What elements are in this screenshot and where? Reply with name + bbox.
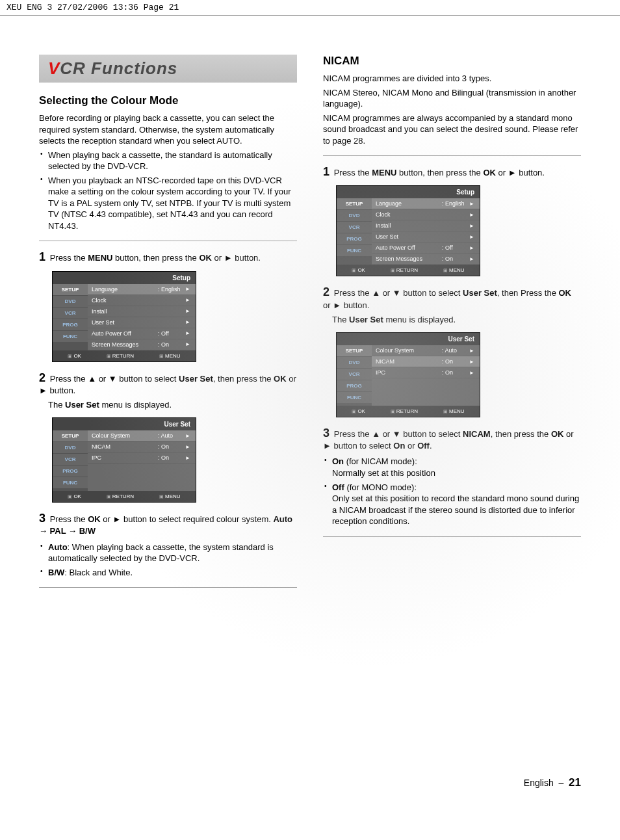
osd-side-dvd: DVD [337,357,372,369]
osd-side-setup: SETUP [53,284,88,296]
osd-side-func: FUNC [53,477,88,489]
step-number: 3 [39,512,45,525]
step-number: 1 [39,250,45,263]
intro-paragraph: Before recording or playing back a casse… [39,112,297,147]
osd-user-set: User Set SETUP DVD VCR PROG FUNC Colour … [52,417,196,503]
osd-main: Language: English► Clock► Install► User … [88,284,196,350]
osd-side-dvd: DVD [337,210,372,222]
title-v: V [48,59,60,78]
nicam-intro-3: NICAM programmes are always accompanied … [323,112,581,147]
nicam-intro-1: NICAM programmes are divided into 3 type… [323,73,581,85]
right-column: NICAM NICAM programmes are divided into … [323,55,581,597]
nicam-intro-2: NICAM Stereo, NICAM Mono and Bilingual (… [323,87,581,110]
divider [323,536,581,537]
osd-footer: OKRETURNMENU [53,350,196,361]
left-column: VCR Functions Selecting the Colour Mode … [39,55,297,597]
osd-side-setup: SETUP [337,345,372,357]
osd-side-setup: SETUP [337,198,372,210]
title-band: VCR Functions [39,55,297,83]
left-step-3: 3 Press the OK or ► button to select req… [39,512,297,537]
osd-side-prog: PROG [53,466,88,477]
footer-page-number: 21 [569,776,581,789]
osd-title: Setup [53,272,196,284]
left-step-2: 2 Press the ▲ or ▼ button to select User… [39,371,297,412]
step-text: Press the MENU button, then press the OK… [334,168,545,177]
bullet-2: When you playback an NTSC-recorded tape … [39,175,297,232]
step-number: 3 [323,427,329,440]
step-subtext: The User Set menu is displayed. [48,399,297,411]
osd-side-prog: PROG [53,319,88,331]
osd-side-vcr: VCR [53,454,88,466]
osd-side-vcr: VCR [53,308,88,319]
section-heading-colour-mode: Selecting the Colour Mode [39,94,297,107]
footer-language: English [524,778,554,788]
section-heading-nicam: NICAM [323,55,581,68]
osd-side-dvd: DVD [53,296,88,308]
osd-sidebar: SETUP DVD VCR PROG FUNC [53,284,88,350]
sub-on: On (for NICAM mode):Normally set at this… [323,456,581,479]
right-step-1: 1 Press the MENU button, then press the … [323,165,581,179]
step-number: 2 [323,285,329,298]
osd-side-func: FUNC [337,245,372,257]
osd-title: Setup [337,186,480,198]
osd-side-prog: PROG [337,380,372,392]
osd-side-vcr: VCR [337,222,372,233]
crop-header-text: XEU ENG 3 27/02/2006 13:36 Page 21 [6,3,179,12]
left-step-1: 1 Press the MENU button, then press the … [39,250,297,264]
osd-user-set-nicam: User Set SETUP DVD VCR PROG FUNC Colour … [336,332,480,417]
sub-auto: Auto: When playing back a cassette, the … [39,542,297,564]
osd-side-dvd: DVD [53,442,88,454]
divider [323,155,581,156]
left-step-3-sub: Auto: When playing back a cassette, the … [39,542,297,579]
osd-title: User Set [53,418,196,430]
step-number: 1 [323,165,329,178]
step-text: Press the OK or ► button to select requi… [39,514,292,536]
divider [39,587,297,588]
osd-setup-right: Setup SETUP DVD VCR PROG FUNC Language: … [336,185,480,276]
sub-off: Off (for MONO mode):Only set at this pos… [323,482,581,527]
step-text: Press the ▲ or ▼ button to select User S… [323,288,571,309]
right-step-3-sub: On (for NICAM mode):Normally set at this… [323,456,581,527]
step-number: 2 [39,371,45,384]
step-text: Press the ▲ or ▼ button to select User S… [39,374,296,395]
page-footer: English – 21 [524,776,581,789]
intro-bullets: When playing back a cassette, the standa… [39,150,297,232]
right-step-3: 3 Press the ▲ or ▼ button to select NICA… [323,427,581,452]
sub-bw: B/W: Black and White. [39,567,297,579]
osd-side-func: FUNC [53,331,88,343]
osd-side-prog: PROG [337,233,372,245]
osd-setup: Setup SETUP DVD VCR PROG FUNC Language: … [52,271,196,362]
bullet-1: When playing back a cassette, the standa… [39,150,297,172]
step-text: Press the MENU button, then press the OK… [50,253,261,263]
title-rest: CR Functions [60,59,177,78]
osd-side-func: FUNC [337,392,372,404]
crop-mark-header: XEU ENG 3 27/02/2006 13:36 Page 21 [0,0,620,16]
step-text: Press the ▲ or ▼ button to select NICAM,… [323,429,574,451]
right-step-2: 2 Press the ▲ or ▼ button to select User… [323,285,581,326]
osd-side-setup: SETUP [53,430,88,442]
step-subtext: The User Set menu is displayed. [332,314,581,326]
osd-side-vcr: VCR [337,369,372,380]
divider [39,241,297,241]
osd-title: User Set [337,333,480,345]
footer-dash: – [559,778,564,788]
